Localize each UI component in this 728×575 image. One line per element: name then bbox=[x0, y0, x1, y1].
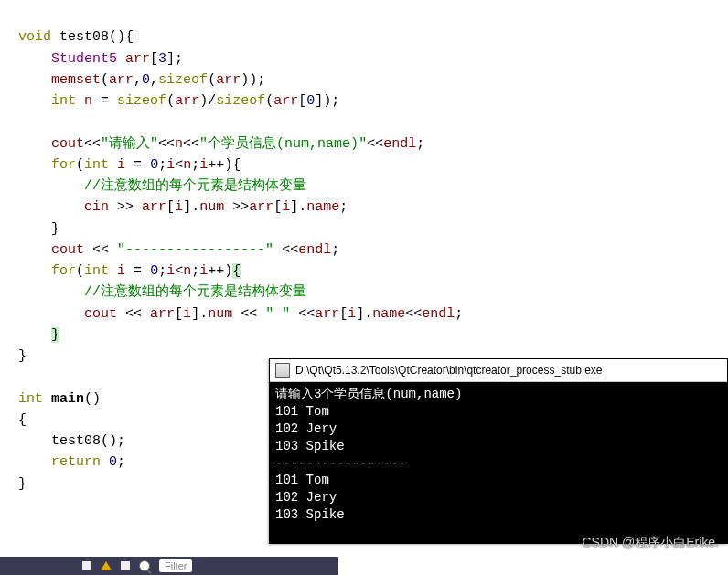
comment: //注意数组的每个元素是结构体变量 bbox=[84, 178, 306, 194]
var-arr: arr bbox=[142, 199, 166, 215]
id-cout: cout bbox=[51, 136, 84, 152]
var-i: i bbox=[166, 263, 175, 279]
field-num: num bbox=[199, 199, 224, 215]
kw-int: int bbox=[84, 263, 109, 279]
id-cout: cout bbox=[51, 242, 84, 258]
stop-icon[interactable] bbox=[82, 561, 91, 570]
kw-int: int bbox=[84, 157, 109, 173]
term-line: 103 Spike bbox=[275, 507, 345, 522]
var-arr: arr bbox=[125, 51, 150, 67]
fn-memset: memset bbox=[51, 72, 101, 88]
filter-input[interactable]: Filter bbox=[159, 559, 192, 572]
id-cin: cin bbox=[84, 199, 109, 215]
brace-open-hl: { bbox=[232, 263, 241, 279]
var-n: n bbox=[84, 93, 92, 109]
id-endl: endl bbox=[422, 306, 455, 322]
panel-icon[interactable] bbox=[121, 561, 130, 570]
console-window[interactable]: D:\Qt\Qt5.13.2\Tools\QtCreator\bin\qtcre… bbox=[269, 358, 728, 544]
var-arr: arr bbox=[150, 306, 175, 322]
num-3: 3 bbox=[158, 51, 166, 67]
kw-sizeof: sizeof bbox=[216, 93, 265, 109]
kw-for: for bbox=[51, 263, 76, 279]
kw-sizeof: sizeof bbox=[117, 93, 166, 109]
type-student5: Student5 bbox=[51, 51, 117, 67]
kw-sizeof: sizeof bbox=[158, 72, 208, 88]
var-i: i bbox=[117, 157, 125, 173]
str: "-----------------" bbox=[117, 242, 273, 258]
field-name: name bbox=[372, 306, 405, 322]
term-line: 请输入3个学员信息(num,name) bbox=[275, 387, 462, 401]
term-line: 103 Spike bbox=[275, 439, 345, 453]
var-arr: arr bbox=[315, 306, 339, 322]
var-i: i bbox=[348, 306, 356, 322]
term-line: 101 Tom bbox=[275, 404, 329, 419]
num-0: 0 bbox=[109, 454, 117, 470]
var-n: n bbox=[183, 263, 191, 279]
term-line: 102 Jery bbox=[275, 421, 337, 436]
id-endl: endl bbox=[383, 136, 416, 152]
fn-test08: test08 bbox=[59, 29, 109, 45]
num-0: 0 bbox=[150, 263, 158, 279]
keyword-void: void bbox=[18, 29, 51, 45]
comment: //注意数组的每个元素是结构体变量 bbox=[84, 284, 306, 300]
kw-int: int bbox=[18, 391, 43, 407]
str: "请输入" bbox=[101, 136, 158, 152]
kw-int: int bbox=[51, 93, 76, 109]
var-arr: arr bbox=[273, 93, 298, 109]
var-i: i bbox=[282, 199, 290, 215]
id-cout: cout bbox=[84, 306, 117, 322]
str: " " bbox=[265, 306, 290, 322]
var-arr: arr bbox=[109, 72, 134, 88]
console-titlebar[interactable]: D:\Qt\Qt5.13.2\Tools\QtCreator\bin\qtcre… bbox=[270, 359, 727, 382]
var-n: n bbox=[175, 136, 183, 152]
term-line: 102 Jery bbox=[275, 490, 337, 505]
id-endl: endl bbox=[298, 242, 331, 258]
kw-for: for bbox=[51, 157, 76, 173]
var-i: i bbox=[166, 157, 175, 173]
var-i: i bbox=[175, 199, 183, 215]
var-arr: arr bbox=[216, 72, 241, 88]
var-n: n bbox=[183, 157, 191, 173]
console-title: D:\Qt\Qt5.13.2\Tools\QtCreator\bin\qtcre… bbox=[295, 364, 603, 377]
num-0: 0 bbox=[306, 93, 315, 109]
term-line: ----------------- bbox=[275, 456, 406, 471]
num-0: 0 bbox=[142, 72, 150, 88]
var-i: i bbox=[117, 263, 125, 279]
term-line: 101 Tom bbox=[275, 473, 329, 487]
field-name: name bbox=[306, 199, 339, 215]
var-i: i bbox=[199, 263, 208, 279]
console-output[interactable]: 请输入3个学员信息(num,name) 101 Tom 102 Jery 103… bbox=[270, 382, 727, 543]
var-arr: arr bbox=[175, 93, 199, 109]
warning-icon[interactable] bbox=[101, 561, 112, 570]
var-i: i bbox=[183, 306, 191, 322]
watermark: CSDN @程序小白Erike. bbox=[582, 535, 719, 551]
str: "个学员信息(num,name)" bbox=[199, 136, 367, 152]
var-arr: arr bbox=[249, 199, 273, 215]
brace-close-hl: } bbox=[51, 327, 59, 343]
app-icon bbox=[275, 363, 290, 378]
search-icon[interactable] bbox=[139, 560, 150, 571]
var-i: i bbox=[199, 157, 208, 173]
ide-bottom-bar[interactable]: Filter bbox=[0, 557, 338, 575]
call-test08: test08 bbox=[51, 433, 101, 449]
num-0: 0 bbox=[150, 157, 158, 173]
fn-main: main bbox=[51, 391, 84, 407]
field-num: num bbox=[208, 306, 232, 322]
kw-return: return bbox=[51, 454, 101, 470]
